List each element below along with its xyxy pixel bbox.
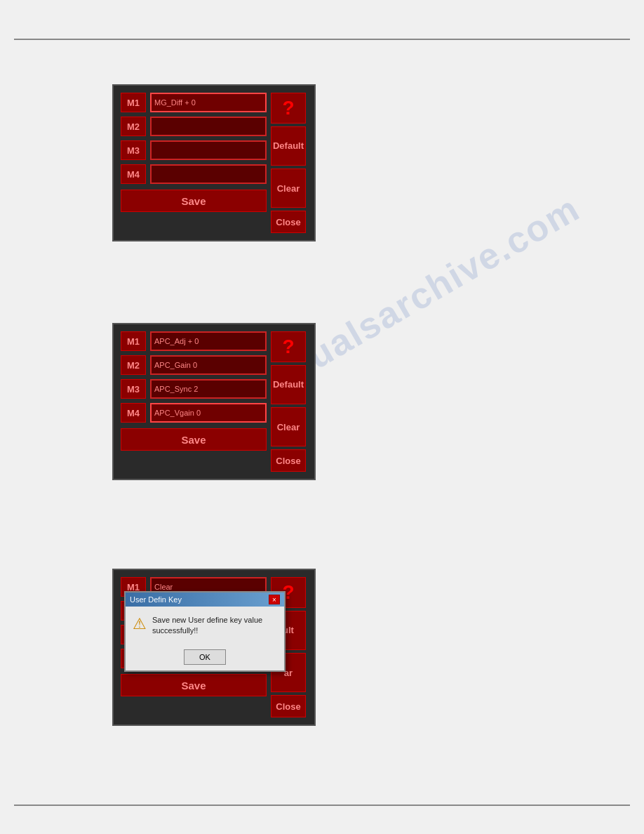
dialog-ok-button[interactable]: OK <box>184 649 226 665</box>
panel-1-row-m2: M2 <box>121 117 267 136</box>
panel-1-help-button[interactable]: ? <box>271 93 306 124</box>
panel-2-row-m3: M3 <box>121 379 267 399</box>
panel-1-save-button[interactable]: Save <box>121 190 267 212</box>
panel-3-save-button[interactable]: Save <box>121 674 267 696</box>
panel-1-right: ? Default Clear Close <box>271 93 307 233</box>
panel-1-m2-label: M2 <box>121 117 146 136</box>
dialog-titlebar: User Defin Key × <box>126 593 284 607</box>
panel-1-m4-input[interactable] <box>150 164 267 184</box>
panel-1-row-m4: M4 <box>121 164 267 184</box>
user-defin-key-dialog: User Defin Key × ⚠ Save new User define … <box>124 591 286 672</box>
panel-1-clear-button[interactable]: Clear <box>271 168 306 208</box>
panel-2-m3-label: M3 <box>121 379 146 399</box>
panel-2-left: M1 M2 M3 M4 Save <box>121 331 267 472</box>
panel-2-m2-label: M2 <box>121 355 146 375</box>
panel-1-m3-input[interactable] <box>150 140 267 160</box>
panel-1-close-button[interactable]: Close <box>271 211 306 233</box>
panel-2-row-m4: M4 <box>121 403 267 423</box>
panel-2-clear-button[interactable]: Clear <box>271 407 306 446</box>
panel-2: M1 M2 M3 M4 Save <box>112 323 316 480</box>
panel-1-left: M1 M2 M3 M4 Save <box>121 93 267 233</box>
panel-1-m2-input[interactable] <box>150 117 267 136</box>
panel-3-close-button[interactable]: Close <box>271 695 306 717</box>
bottom-divider <box>14 805 630 806</box>
panel-2-m2-input[interactable] <box>150 355 267 375</box>
panel-2-container: M1 M2 M3 M4 Save <box>112 323 316 480</box>
panel-1-row-m3: M3 <box>121 140 267 160</box>
panel-1: M1 M2 M3 M4 Save <box>112 84 316 241</box>
panel-2-row-m1: M1 <box>121 331 267 351</box>
panel-3: M1 M2 M3 M4 Save <box>112 569 316 726</box>
dialog-body: ⚠ Save new User define key value success… <box>126 607 284 645</box>
panel-2-help-button[interactable]: ? <box>271 331 306 362</box>
panel-1-container: M1 M2 M3 M4 Save <box>112 84 316 241</box>
panel-1-m3-label: M3 <box>121 140 146 160</box>
dialog-warning-icon: ⚠ <box>133 615 147 633</box>
dialog-message: Save new User define key value successfu… <box>152 615 277 637</box>
panel-1-row-m1: M1 <box>121 93 267 112</box>
panel-2-default-button[interactable]: Default <box>271 365 306 404</box>
panel-2-row-m2: M2 <box>121 355 267 375</box>
panel-1-m4-label: M4 <box>121 164 146 184</box>
panel-2-m4-label: M4 <box>121 403 146 423</box>
panel-3-container: M1 M2 M3 M4 Save <box>112 569 316 726</box>
panel-2-save-button[interactable]: Save <box>121 428 267 451</box>
panel-2-close-button[interactable]: Close <box>271 449 306 472</box>
panel-1-default-button[interactable]: Default <box>271 126 306 166</box>
panel-2-right: ? Default Clear Close <box>271 331 307 472</box>
panel-2-m1-label: M1 <box>121 331 146 351</box>
dialog-footer: OK <box>126 645 284 670</box>
dialog-close-button[interactable]: × <box>269 595 280 604</box>
panel-2-m3-input[interactable] <box>150 379 267 399</box>
panel-2-m4-input[interactable] <box>150 403 267 423</box>
dialog-title: User Defin Key <box>130 595 182 604</box>
top-divider <box>14 39 630 40</box>
panel-2-m1-input[interactable] <box>150 331 267 351</box>
panel-1-m1-input[interactable] <box>150 93 267 112</box>
panel-1-m1-label: M1 <box>121 93 146 112</box>
